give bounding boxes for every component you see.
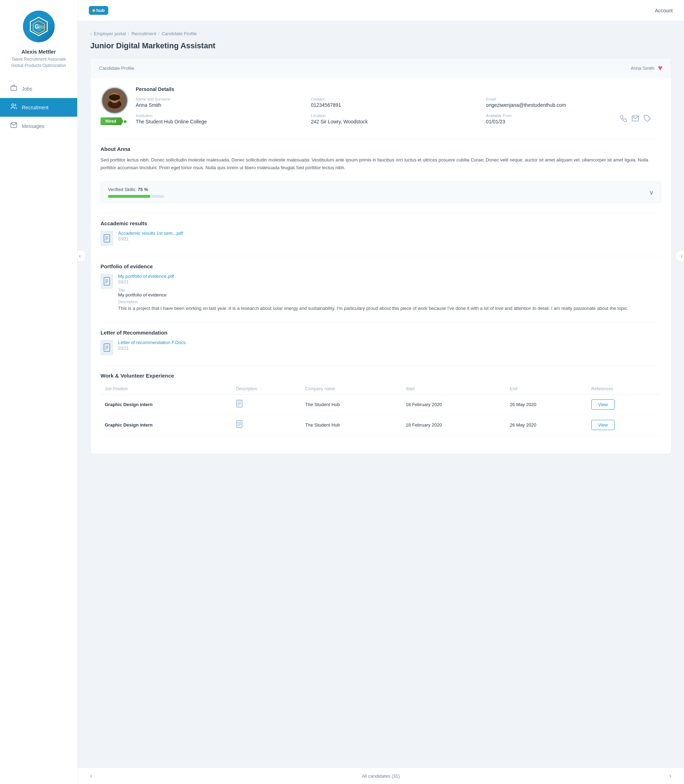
svg-text:PO: PO [39,25,44,29]
bottom-bar: ‹ All candidates (31) › [77,768,684,784]
email-icon[interactable] [631,115,639,124]
end-cell-2: 26 May 2020 [506,415,587,435]
people-icon [10,103,18,112]
skills-progress-track [108,195,164,198]
academic-results-section: Accademic results [100,220,661,246]
divider-5 [100,365,661,366]
breadcrumb-back-arrow[interactable]: ‹ [90,31,92,36]
sidebar-item-jobs[interactable]: Jobs [0,79,77,98]
start-cell-2: 18 February 2020 [402,415,506,435]
portfolio-title: Portfolio of evidence [100,263,661,269]
svg-point-12 [112,98,113,99]
sidebar-user-name: Alexis Mettler [21,48,56,55]
phone-icon[interactable] [619,115,627,124]
portfolio-doc-info: My portfolio of evidence.pdf 03/21 Title… [118,274,628,312]
info-field-location: Location 242 Sir Lowry, Woodstock [311,113,486,124]
skills-progress-fill [108,195,150,198]
chevron-down-icon: ∨ [649,189,654,196]
portfolio-doc-link[interactable]: My portfolio of evidence.pdf [118,274,628,279]
skills-label-prefix: Verified Skills: [108,187,138,192]
avatar [100,86,129,115]
tag-icon[interactable] [644,115,651,124]
skills-left: Verified Skills: 75 % [108,187,649,198]
portfolio-desc-label: Description [118,300,628,304]
avatar-online-indicator [123,119,127,124]
envelope-icon [10,122,18,131]
company-cell: The Student Hub [301,394,402,415]
work-table-row: Graphic Design intern [100,415,661,435]
about-title: About Anna [100,146,661,152]
col-description: Description [232,384,301,394]
portfolio-doc-icon [100,274,113,289]
sidebar-user-role: Talent Recruitment Associate Global Prod… [11,56,66,69]
svg-rect-5 [11,86,17,90]
breadcrumb-candidate-profile: Candidate Profile [161,31,197,36]
profile-card-header: Candidate Profile Anna Smith ♥ [90,58,671,78]
svg-point-13 [116,98,118,99]
col-end: End [506,384,587,394]
verified-skills-bar[interactable]: Verified Skills: 75 % ∨ [100,182,661,203]
work-table-header-row: Job Position Description Company name St… [100,384,661,394]
letter-section: Letter of Recommendation [100,330,661,355]
profile-body: Hired Personal Details Name and Surname … [90,78,671,454]
work-table: Job Position Description Company name St… [100,384,661,436]
bottom-next-button[interactable]: › [669,773,671,779]
divider-2 [100,213,661,213]
contact-icons [619,115,651,124]
sidebar: G PO Alexis Mettler Talent Recruitment A… [0,0,77,784]
sidebar-item-recruitment[interactable]: Recruitment [0,98,77,117]
breadcrumb-recruitment[interactable]: Recruitment [132,31,156,36]
breadcrumb: ‹ Employer portal / Recruitment / Candid… [90,31,671,36]
sidebar-item-messages-label: Messages [22,123,44,129]
academic-doc-icon [100,231,113,246]
info-field-contact: Contact 01234567891 [311,97,486,108]
portfolio-title-value: My portfolio of evidence [118,292,628,297]
description-cell [232,394,301,415]
svg-point-6 [11,104,14,106]
sidebar-nav: Jobs Recruitment [0,79,77,136]
portfolio-doc-item: My portfolio of evidence.pdf 03/21 Title… [100,274,661,312]
academic-results-title: Accademic results [100,220,661,226]
sidebar-item-jobs-label: Jobs [22,86,32,92]
divider-1 [100,139,661,139]
bottom-prev-button[interactable]: ‹ [90,773,92,779]
letter-doc-link[interactable]: Letter of recommendation F.Docs [118,340,186,345]
portfolio-section: Portfolio of evidence [100,263,661,312]
skills-label: Verified Skills: 75 % [108,187,649,192]
account-button[interactable]: Account [655,8,673,13]
academic-doc-link[interactable]: Accademic results 1st sem...pdf [118,231,183,236]
view-button-1[interactable]: View [591,399,615,410]
sidebar-item-messages[interactable]: Messages [0,117,77,136]
letter-doc-item: Letter of recommendation F.Docs 03/21 [100,340,661,355]
main-area: hub Account ‹ Employer portal / Recruitm… [77,0,684,784]
col-references: References [587,384,661,394]
job-position-cell: Graphic Design intern [100,415,232,435]
about-section: About Anna Sed porttitor lectus nibh. Do… [100,146,661,172]
portfolio-title-label: Title [118,288,628,292]
letter-doc-icon [100,340,113,355]
personal-info-grid: Personal Details Name and Surname Anna S… [136,86,661,130]
references-cell: View [587,394,661,415]
desc-doc-icon-2 [236,423,243,429]
description-cell [232,415,301,435]
start-cell: 18 February 2020 [402,394,506,415]
breadcrumb-employer-portal[interactable]: Employer portal [94,31,126,36]
hub-label: hub [96,8,105,13]
col-job-position: Job Position [100,384,232,394]
heart-icon[interactable]: ♥ [658,63,663,73]
job-position-cell: Graphic Design intern [100,394,232,415]
avatar-wrap: Hired [100,86,129,125]
svg-point-11 [109,95,120,101]
personal-details-top: Hired Personal Details Name and Surname … [100,86,661,130]
info-field-institution: Institution The Student Hub Online Colle… [136,113,311,124]
nav-arrow-right[interactable]: › [675,250,684,262]
company-cell-2: The Student Hub [301,415,402,435]
col-start: Start [402,384,506,394]
profile-card-header-right: Anna Smith ♥ [631,63,663,73]
work-table-row: Graphic Design intern [100,394,661,415]
hub-logo: hub [89,6,108,15]
academic-doc-info: Accademic results 1st sem...pdf 03/21 [118,231,183,242]
top-header: hub Account [77,0,684,21]
info-field-email: Email ongeziwenjana@thestudenthub.com [486,97,661,108]
view-button-2[interactable]: View [591,420,615,430]
